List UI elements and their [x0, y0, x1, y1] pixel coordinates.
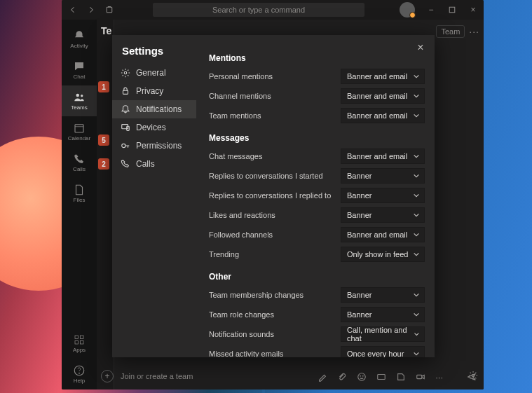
nav-back-button[interactable] — [64, 2, 81, 18]
dropdown-value: Banner — [347, 211, 371, 219]
window-maximize-button[interactable] — [442, 0, 463, 20]
titlebar: Search or type a command − × — [62, 0, 484, 20]
window-minimize-button[interactable]: − — [421, 0, 442, 20]
dropdown-chat-messages[interactable]: Banner and email — [341, 149, 425, 164]
svg-point-20 — [363, 375, 364, 376]
setting-row-membership-changes: Team membership changes Banner — [209, 287, 425, 303]
dropdown-channel-mentions[interactable]: Banner and email — [341, 88, 425, 104]
dropdown-trending[interactable]: Only show in feed — [341, 247, 425, 262]
setting-label: Chat messages — [209, 152, 341, 160]
join-team-button[interactable]: + — [101, 370, 114, 382]
nav-forward-button[interactable] — [83, 2, 100, 18]
dropdown-followed-channels[interactable]: Banner and email — [341, 227, 425, 242]
dropdown-value: Banner — [347, 172, 371, 180]
close-button[interactable]: × — [414, 41, 428, 55]
svg-rect-4 — [75, 125, 83, 132]
chevron-down-icon — [413, 350, 420, 357]
attach-icon[interactable] — [337, 372, 347, 384]
more-icon[interactable]: ··· — [435, 372, 443, 384]
setting-row-likes: Likes and reactions Banner — [209, 207, 425, 223]
gear-icon — [121, 68, 130, 78]
setting-label: Notification sounds — [209, 330, 341, 338]
dropdown-replies-started[interactable]: Banner — [341, 168, 425, 184]
search-input[interactable]: Search or type a command — [153, 3, 364, 17]
content-header-actions: Team ··· — [436, 25, 479, 38]
chevron-down-icon — [413, 251, 420, 258]
chevron-down-icon — [413, 311, 420, 318]
svg-rect-1 — [449, 7, 455, 13]
svg-rect-6 — [75, 336, 79, 339]
dropdown-role-changes[interactable]: Banner — [341, 307, 425, 322]
setting-row-followed-channels: Followed channels Banner and email — [209, 227, 425, 242]
settings-content: × Mentions Personal mentions Banner and … — [196, 35, 435, 357]
dropdown-value: Banner — [347, 291, 371, 299]
dropdown-likes[interactable]: Banner — [341, 207, 425, 223]
setting-label: Likes and reactions — [209, 211, 341, 219]
sticker-icon[interactable] — [396, 372, 406, 384]
notification-badge: 1 — [98, 81, 109, 92]
new-note-button[interactable] — [101, 2, 118, 18]
svg-rect-7 — [81, 336, 84, 339]
rail-teams[interactable]: Teams — [62, 85, 97, 116]
window-close-button[interactable]: × — [463, 0, 484, 20]
nav-notifications[interactable]: Notifications — [112, 100, 196, 118]
rail-apps[interactable]: Apps — [62, 328, 97, 359]
help-icon — [73, 364, 86, 377]
dropdown-personal-mentions[interactable]: Banner and email — [341, 69, 425, 84]
chevron-down-icon — [413, 92, 420, 99]
dropdown-value: Banner and email — [347, 92, 407, 100]
rail-label: Files — [74, 197, 86, 203]
rail-calendar[interactable]: Calendar — [62, 116, 97, 147]
rail-files[interactable]: Files — [62, 178, 97, 209]
gif-icon[interactable] — [376, 372, 386, 384]
avatar[interactable] — [400, 2, 415, 18]
setting-row-chat-messages: Chat messages Banner and email — [209, 149, 425, 164]
setting-label: Replies to conversations I replied to — [209, 191, 341, 200]
nav-permissions[interactable]: Permissions — [112, 137, 196, 155]
rail-calls[interactable]: Calls — [62, 147, 97, 178]
dropdown-team-mentions[interactable]: Banner and email — [341, 108, 425, 123]
svg-rect-22 — [417, 375, 422, 378]
nav-privacy[interactable]: Privacy — [112, 82, 196, 100]
teams-icon — [73, 91, 86, 104]
teams-app-window: Search or type a command − × Activity Ch… — [62, 0, 484, 389]
dropdown-notification-sounds[interactable]: Call, mention and chat — [341, 326, 425, 342]
chevron-down-icon — [413, 172, 420, 179]
svg-rect-0 — [107, 7, 112, 13]
dropdown-value: Call, mention and chat — [347, 326, 414, 343]
more-options-button[interactable]: ··· — [469, 26, 479, 37]
dropdown-membership-changes[interactable]: Banner — [341, 287, 425, 303]
setting-row-replies-replied: Replies to conversations I replied to Ba… — [209, 188, 425, 203]
rail-activity[interactable]: Activity — [62, 24, 97, 55]
format-icon[interactable] — [318, 372, 327, 384]
send-icon[interactable] — [467, 372, 477, 384]
rail-help[interactable]: Help — [62, 359, 97, 389]
team-chip[interactable]: Team — [436, 25, 465, 38]
dropdown-missed-emails[interactable]: Once every hour — [341, 346, 425, 357]
svg-point-18 — [358, 373, 366, 381]
titlebar-nav — [64, 2, 118, 18]
setting-row-channel-mentions: Channel mentions Banner and email — [209, 88, 425, 104]
apps-icon — [73, 333, 86, 346]
dropdown-value: Once every hour — [347, 350, 404, 357]
rail-chat[interactable]: Chat — [62, 55, 97, 85]
setting-label: Channel mentions — [209, 92, 341, 100]
titlebar-right: − × — [400, 0, 484, 20]
calendar-icon — [73, 122, 86, 135]
nav-calls[interactable]: Calls — [112, 155, 196, 173]
nav-devices[interactable]: Devices — [112, 118, 196, 137]
dropdown-value: Only show in feed — [347, 250, 408, 258]
bell-icon — [121, 104, 130, 114]
meet-icon[interactable] — [416, 372, 425, 384]
dropdown-replies-replied[interactable]: Banner — [341, 188, 425, 203]
svg-rect-8 — [75, 341, 79, 345]
nav-general[interactable]: General — [112, 64, 196, 82]
rail-label: Calls — [73, 166, 86, 172]
teams-list-column: Te 1 5 2 — [97, 20, 114, 389]
search-placeholder: Search or type a command — [212, 6, 305, 14]
setting-label: Missed activity emails — [209, 350, 341, 357]
setting-row-personal-mentions: Personal mentions Banner and email — [209, 69, 425, 84]
emoji-icon[interactable] — [357, 372, 367, 384]
dropdown-value: Banner — [347, 191, 371, 200]
compose-toolbar: ··· — [318, 372, 477, 384]
